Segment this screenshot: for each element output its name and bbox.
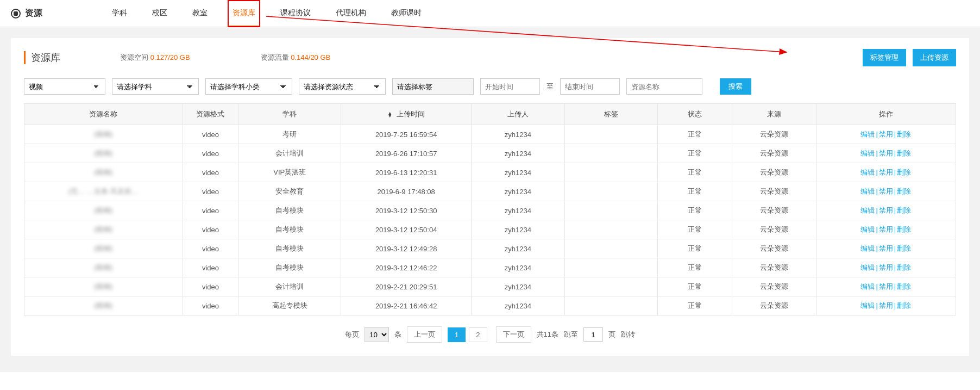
delete-link[interactable]: 删除 <box>897 130 911 138</box>
pagination: 每页 10 条 上一页 12 下一页 共11条 跳至 页 跳转 <box>24 315 956 345</box>
jump-page-input[interactable] <box>583 327 603 342</box>
nav-tab-5[interactable]: 代理机构 <box>331 1 370 27</box>
disable-link[interactable]: 禁用 <box>879 263 893 271</box>
cell: 2019-3-12 12:46:22 <box>341 258 472 277</box>
tag-select[interactable]: 请选择标签 <box>392 78 474 95</box>
edit-link[interactable]: 编辑 <box>860 225 875 233</box>
cell: video <box>183 163 238 182</box>
cell: zyh1234 <box>472 258 565 277</box>
sort-icon: ▲▼ <box>387 112 392 117</box>
disable-link[interactable]: 禁用 <box>879 130 893 138</box>
nav-tab-0[interactable]: 学科 <box>108 1 131 27</box>
col-header-3[interactable]: ▲▼ 上传时间 <box>341 104 472 125</box>
jump-unit: 页 <box>608 330 615 339</box>
cell: (模糊) <box>24 258 183 277</box>
disable-link[interactable]: 禁用 <box>879 301 893 309</box>
delete-link[interactable]: 删除 <box>897 168 911 176</box>
cell: video <box>183 220 238 239</box>
actions-cell: 编辑|禁用|删除 <box>816 277 956 296</box>
logo-icon <box>11 9 21 18</box>
actions-cell: 编辑|禁用|删除 <box>816 144 956 163</box>
cell: 2019-7-25 16:59:54 <box>341 125 472 144</box>
cell: (模糊) <box>24 220 183 239</box>
nav-tab-6[interactable]: 教师课时 <box>387 1 426 27</box>
table-row: (模糊)video会计培训2019-6-26 17:10:57zyh1234正常… <box>24 144 956 163</box>
nav-tab-3[interactable]: 资源库 <box>228 1 260 27</box>
disable-link[interactable]: 禁用 <box>879 187 893 195</box>
subject-select[interactable]: 请选择学科 <box>112 78 199 95</box>
edit-link[interactable]: 编辑 <box>860 130 875 138</box>
sub-subject-select[interactable]: 请选择学科小类 <box>205 78 292 95</box>
total-count: 共11条 <box>537 330 558 339</box>
disable-link[interactable]: 禁用 <box>879 206 893 214</box>
disable-link[interactable]: 禁用 <box>879 149 893 157</box>
cell: 正常 <box>658 296 732 315</box>
stats: 资源空间 0.127/20 GB 资源流量 0.144/20 GB <box>120 53 863 63</box>
delete-link[interactable]: 删除 <box>897 206 911 214</box>
delete-link[interactable]: 删除 <box>897 282 911 290</box>
disable-link[interactable]: 禁用 <box>879 244 893 252</box>
cell <box>564 296 658 315</box>
actions-cell: 编辑|禁用|删除 <box>816 125 956 144</box>
delete-link[interactable]: 删除 <box>897 149 911 157</box>
nav-tab-1[interactable]: 校区 <box>148 1 172 27</box>
delete-link[interactable]: 删除 <box>897 187 911 195</box>
delete-link[interactable]: 删除 <box>897 225 911 233</box>
cell: 正常 <box>658 258 732 277</box>
disable-link[interactable]: 禁用 <box>879 168 893 176</box>
edit-link[interactable]: 编辑 <box>860 168 875 176</box>
per-page-select[interactable]: 10 <box>365 327 389 342</box>
content-area: 资源库 资源空间 0.127/20 GB 资源流量 0.144/20 GB 标签… <box>0 27 980 372</box>
delete-link[interactable]: 删除 <box>897 263 911 271</box>
col-header-8: 操作 <box>816 104 956 125</box>
delete-link[interactable]: 删除 <box>897 244 911 252</box>
table-row: (模糊)video会计培训2019-2-21 20:29:51zyh1234正常… <box>24 277 956 296</box>
edit-link[interactable]: 编辑 <box>860 282 875 290</box>
cell: VIP英湛班 <box>238 163 341 182</box>
cell: (模糊) <box>24 277 183 296</box>
delete-link[interactable]: 删除 <box>897 301 911 309</box>
actions-cell: 编辑|禁用|删除 <box>816 258 956 277</box>
upload-resource-button[interactable]: 上传资源 <box>913 49 956 66</box>
cell: zyh1234 <box>472 239 565 258</box>
prev-page-button[interactable]: 上一页 <box>407 326 442 343</box>
page-2-button[interactable]: 2 <box>469 327 487 342</box>
edit-link[interactable]: 编辑 <box>860 244 875 252</box>
cell <box>564 220 658 239</box>
col-header-4: 上传人 <box>472 104 565 125</box>
edit-link[interactable]: 编辑 <box>860 263 875 271</box>
cell: 高起专模块 <box>238 296 341 315</box>
cell <box>564 239 658 258</box>
search-button[interactable]: 搜索 <box>720 78 751 95</box>
col-header-5: 标签 <box>564 104 658 125</box>
name-input[interactable] <box>626 78 702 95</box>
disable-link[interactable]: 禁用 <box>879 225 893 233</box>
end-time-input[interactable] <box>560 78 620 95</box>
cell <box>564 125 658 144</box>
col-header-0: 资源名称 <box>24 104 183 125</box>
tag-manage-button[interactable]: 标签管理 <box>863 49 906 66</box>
cell: zyh1234 <box>472 277 565 296</box>
edit-link[interactable]: 编辑 <box>860 206 875 214</box>
status-select[interactable]: 请选择资源状态 <box>299 78 386 95</box>
cell: zyh1234 <box>472 125 565 144</box>
jump-button[interactable]: 跳转 <box>621 330 635 339</box>
nav-tab-4[interactable]: 课程协议 <box>276 1 315 27</box>
cell: 云朵资源 <box>732 182 816 201</box>
disable-link[interactable]: 禁用 <box>879 282 893 290</box>
top-nav: 资源 学科校区教室资源库课程协议代理机构教师课时 <box>0 0 980 27</box>
cell: (模糊) <box>24 144 183 163</box>
page-1-button[interactable]: 1 <box>448 327 466 342</box>
table-row: (模糊)video考研2019-7-25 16:59:54zyh1234正常云朵… <box>24 125 956 144</box>
type-select[interactable]: 视频 <box>24 78 105 95</box>
cell: video <box>183 277 238 296</box>
main-panel: 资源库 资源空间 0.127/20 GB 资源流量 0.144/20 GB 标签… <box>11 38 969 356</box>
edit-link[interactable]: 编辑 <box>860 149 875 157</box>
next-page-button[interactable]: 下一页 <box>496 326 531 343</box>
edit-link[interactable]: 编辑 <box>860 301 875 309</box>
cell <box>564 277 658 296</box>
start-time-input[interactable] <box>480 78 540 95</box>
nav-tab-2[interactable]: 教室 <box>188 1 212 27</box>
edit-link[interactable]: 编辑 <box>860 187 875 195</box>
cell: 正常 <box>658 144 732 163</box>
